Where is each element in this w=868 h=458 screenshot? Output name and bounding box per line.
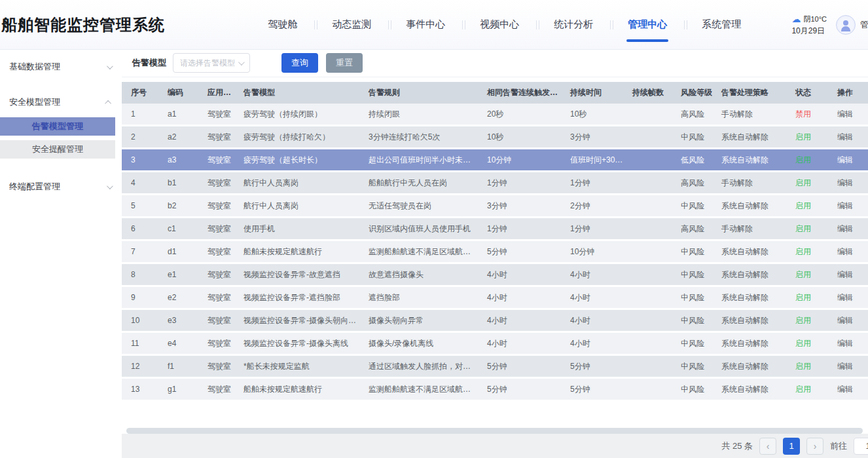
column-header-action: 操作: [828, 87, 868, 98]
cell-risk: 高风险: [672, 178, 712, 189]
edit-link[interactable]: 编辑: [828, 200, 868, 212]
edit-link[interactable]: 编辑: [828, 246, 868, 258]
table-row[interactable]: 1 a1 驾驶室 疲劳驾驶（持续闭眼） 持续闭眼 20秒 10秒 高风险 手动解…: [122, 104, 868, 126]
sidebar-group-label: 安全模型管理: [9, 96, 60, 108]
app-title: 船舶智能监控管理系统: [0, 14, 217, 35]
cell-risk: 高风险: [672, 109, 712, 120]
cell-code: c1: [158, 224, 198, 233]
cell-duration: 10分钟: [561, 246, 623, 258]
nav-item-management-center[interactable]: 管理中心: [612, 18, 683, 31]
cell-scene: 驾驶室: [198, 292, 234, 303]
table-row[interactable]: 10 e3 驾驶室 视频监控设备异常-摄像头朝向异常 摄像头朝向异常 4小时 4…: [122, 310, 868, 333]
cell-scene: 驾驶室: [198, 109, 234, 120]
cell-seq: 9: [122, 293, 158, 302]
table-row[interactable]: 13 g1 驾驶室 船舶未按规定航速航行 监测船舶航速不满足区域航速限制规定 5…: [122, 379, 868, 402]
edit-link[interactable]: 编辑: [828, 178, 868, 189]
pagination-bar: 共 25 条 ‹ 1 › 前往: [122, 434, 868, 458]
cell-seq: 4: [122, 178, 158, 187]
nav-item-video-center[interactable]: 视频中心: [464, 18, 535, 31]
nav-item-cockpit[interactable]: 驾驶舱: [252, 18, 313, 31]
chevron-down-icon: [107, 63, 113, 69]
cell-risk: 中风险: [672, 315, 712, 326]
edit-link[interactable]: 编辑: [828, 292, 868, 303]
cell-code: a1: [158, 109, 198, 119]
table-row[interactable]: 4 b1 驾驶室 航行中人员离岗 船舶航行中无人员在岗 1分钟 1分钟 高风险 …: [122, 172, 868, 195]
edit-link[interactable]: 编辑: [828, 315, 868, 326]
table-row[interactable]: 6 c1 驾驶室 使用手机 识别区域内值班人员使用手机 1分钟 1分钟 高风险 …: [122, 218, 868, 241]
alarm-model-select[interactable]: 请选择告警模型: [173, 53, 250, 73]
column-header-code: 编码: [158, 87, 198, 98]
sidebar-group-safety-model[interactable]: 安全模型管理: [0, 88, 122, 116]
chevron-up-icon: [105, 100, 111, 106]
edit-link[interactable]: 编辑: [828, 132, 868, 143]
cell-model: 疲劳驾驶（超长时长）: [234, 155, 359, 166]
edit-link[interactable]: 编辑: [828, 361, 868, 372]
edit-link[interactable]: 编辑: [828, 155, 868, 166]
chevron-down-icon: [107, 183, 113, 189]
sidebar-group-terminal-config[interactable]: 终端配置管理: [0, 173, 122, 200]
goto-page-input[interactable]: [854, 438, 868, 455]
top-header: 船舶智能监控管理系统 驾驶舱 动态监测 事件中心 视频中心 统计分析 管理中心 …: [0, 0, 868, 49]
cell-model: 航行中人员离岗: [234, 200, 359, 212]
column-header-rule: 告警规则: [359, 87, 478, 98]
cell-interval: 5分钟: [478, 361, 561, 372]
table-row[interactable]: 5 b2 驾驶室 航行中人员离岗 无适任驾驶员在岗 3分钟 2分钟 中风险 系统…: [122, 195, 868, 218]
nav-item-statistics[interactable]: 统计分析: [538, 18, 609, 31]
table-row[interactable]: 3 a3 驾驶室 疲劳驾驶（超长时长） 超出公司值班时间半小时未按规定交接 10…: [122, 149, 868, 172]
table-row[interactable]: 9 e2 驾驶室 视频监控设备异常-遮挡脸部 遮挡脸部 4小时 4小时 中风险 …: [122, 287, 868, 310]
status-badge: 启用: [786, 200, 828, 212]
cell-seq: 11: [122, 339, 158, 348]
next-page-button[interactable]: ›: [806, 438, 823, 455]
prev-page-button[interactable]: ‹: [759, 438, 776, 455]
nav-item-dynamic-monitor[interactable]: 动态监测: [316, 18, 387, 31]
main-nav: 驾驶舱 动态监测 事件中心 视频中心 统计分析 管理中心 系统管理: [217, 0, 791, 49]
nav-item-system-management[interactable]: 系统管理: [686, 18, 757, 31]
edit-link[interactable]: 编辑: [828, 384, 868, 395]
cell-scene: 驾驶室: [198, 315, 234, 326]
cell-model: 航行中人员离岗: [234, 178, 359, 189]
sidebar-item-safety-reminder[interactable]: 安全提醒管理: [0, 140, 115, 159]
table-row[interactable]: 11 e4 驾驶室 视频监控设备异常-摄像头离线 摄像头/录像机离线 4小时 4…: [122, 333, 868, 356]
table-row[interactable]: 7 d1 驾驶室 船舶未按规定航速航行 监测船舶航速不满足区域航速限制规定 5分…: [122, 241, 868, 264]
user-menu[interactable]: 管理: [836, 15, 868, 35]
filter-label: 告警模型: [132, 57, 166, 69]
status-badge: 启用: [786, 223, 828, 235]
cell-seq: 8: [122, 270, 158, 279]
column-header-duration: 持续时间: [561, 87, 623, 98]
column-header-seq: 序号: [122, 87, 158, 98]
horizontal-scrollbar[interactable]: [126, 428, 863, 434]
cell-strategy: 系统自动解除: [712, 292, 786, 303]
table-row[interactable]: 12 f1 驾驶室 *船长未按规定监航 通过区域触发人脸抓拍，对船长身份... …: [122, 356, 868, 379]
edit-link[interactable]: 编辑: [828, 223, 868, 235]
cell-seq: 1: [122, 109, 158, 119]
cell-model: 视频监控设备异常-故意遮挡: [234, 269, 359, 280]
nav-item-event-center[interactable]: 事件中心: [390, 18, 461, 31]
cell-scene: 驾驶室: [198, 155, 234, 166]
edit-link[interactable]: 编辑: [828, 109, 868, 120]
reset-button[interactable]: 重置: [326, 53, 363, 73]
cell-rule: 3分钟连续打哈欠5次: [359, 132, 478, 143]
table-row[interactable]: 2 a2 驾驶室 疲劳驾驶（持续打哈欠） 3分钟连续打哈欠5次 10秒 3分钟 …: [122, 126, 868, 149]
column-header-model: 告警模型: [234, 87, 359, 98]
cell-duration: 5分钟: [561, 361, 623, 372]
cell-code: e4: [158, 339, 198, 348]
chevron-right-icon: ›: [814, 441, 817, 451]
cell-duration: 3分钟: [561, 132, 623, 143]
table-row[interactable]: 8 e1 驾驶室 视频监控设备异常-故意遮挡 故意遮挡摄像头 4小时 4小时 中…: [122, 264, 868, 287]
filter-bar: 告警模型 请选择告警模型 查询 重置: [122, 49, 868, 77]
cell-scene: 驾驶室: [198, 223, 234, 235]
cell-duration: 4小时: [561, 315, 623, 326]
cell-duration: 4小时: [561, 292, 623, 303]
app-window: 船舶智能监控管理系统 驾驶舱 动态监测 事件中心 视频中心 统计分析 管理中心 …: [0, 0, 868, 458]
current-page-button[interactable]: 1: [783, 438, 800, 455]
cell-model: *船长未按规定监航: [234, 361, 359, 372]
cell-rule: 监测船舶航速不满足区域航速限制规定: [359, 384, 478, 395]
sidebar-group-basic-data[interactable]: 基础数据管理: [0, 53, 122, 81]
search-button[interactable]: 查询: [281, 53, 318, 73]
cell-strategy: 系统自动解除: [712, 132, 786, 143]
edit-link[interactable]: 编辑: [828, 338, 868, 349]
cell-risk: 中风险: [672, 292, 712, 303]
cell-strategy: 系统自动解除: [712, 384, 786, 395]
edit-link[interactable]: 编辑: [828, 269, 868, 280]
sidebar-item-alarm-model[interactable]: 告警模型管理: [0, 117, 115, 136]
